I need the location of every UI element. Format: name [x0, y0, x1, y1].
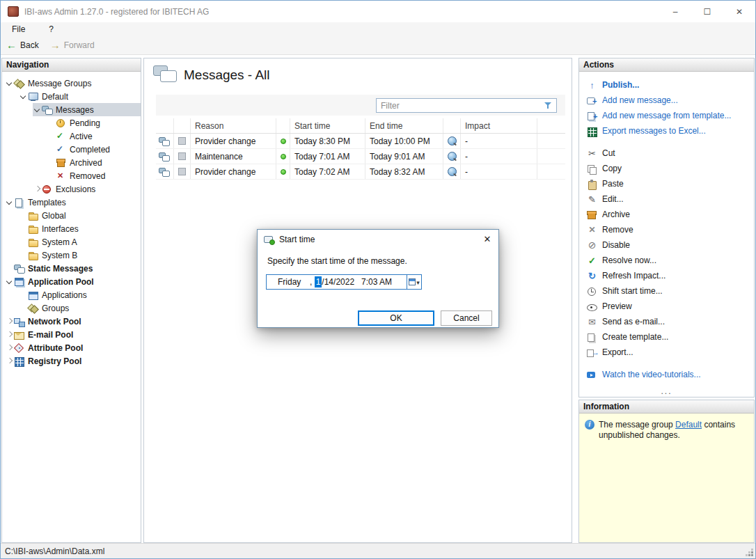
chevron-right-icon[interactable]: [5, 343, 14, 352]
tree-item-body[interactable]: Pending: [47, 116, 141, 129]
dialog-close-button[interactable]: ✕: [476, 230, 498, 249]
action-export-messages-to-excel[interactable]: Export messages to Excel...: [586, 123, 751, 139]
action-add-new-message[interactable]: Add new message...: [586, 93, 751, 108]
column-header-6[interactable]: [443, 118, 461, 133]
action-resolve-now[interactable]: Resolve now...: [586, 253, 751, 268]
tree-item-body[interactable]: Network Pool: [5, 315, 141, 328]
tree-item-body[interactable]: Static Messages: [5, 262, 141, 275]
filter-box[interactable]: [376, 98, 557, 113]
table-row[interactable]: Provider changeToday 8:30 PMToday 10:00 …: [156, 134, 565, 149]
tree-item-body[interactable]: Attribute Pool: [5, 341, 141, 354]
column-header-end-time[interactable]: End time: [365, 118, 443, 133]
tree-item-templates[interactable]: Templates: [2, 196, 141, 209]
chevron-down-icon[interactable]: [19, 92, 28, 101]
tree-item-body[interactable]: Applications: [19, 288, 141, 301]
tree-item-registry-pool[interactable]: Registry Pool: [2, 354, 141, 368]
titlebar[interactable]: IBI-aws Admin 1.27.0 - registered for IB…: [1, 1, 755, 22]
tree-item-groups[interactable]: Groups: [2, 301, 141, 315]
ok-button[interactable]: OK: [358, 310, 434, 326]
tree-item-application-pool[interactable]: Application Pool: [2, 275, 141, 288]
chevron-down-icon[interactable]: [5, 79, 14, 88]
menu-help[interactable]: ?: [46, 24, 56, 35]
action-create-template[interactable]: Create template...: [586, 329, 751, 345]
tree-item-pending[interactable]: Pending: [2, 116, 141, 129]
tree-item-global[interactable]: Global: [2, 209, 141, 222]
action-copy[interactable]: Copy: [586, 161, 751, 176]
filter-funnel-icon[interactable]: [544, 101, 552, 110]
action-shift-start-time[interactable]: Shift start time...: [586, 283, 751, 299]
close-button[interactable]: ✕: [723, 1, 755, 22]
chevron-right-icon[interactable]: [33, 184, 42, 194]
minimize-button[interactable]: –: [659, 1, 691, 22]
datetime-dropdown-button[interactable]: [407, 275, 421, 289]
actions-overflow[interactable]: ...: [579, 386, 754, 396]
tree-item-body[interactable]: Global: [19, 209, 141, 222]
tree-item-completed[interactable]: Completed: [2, 143, 141, 156]
tree-item-e-mail-pool[interactable]: E-mail Pool: [2, 328, 141, 341]
tree-item-body[interactable]: Application Pool: [5, 275, 141, 288]
tree-item-applications[interactable]: Applications: [2, 288, 141, 301]
tree-item-body[interactable]: Message Groups: [5, 77, 141, 90]
column-header-1[interactable]: [174, 118, 191, 133]
column-header-impact[interactable]: Impact: [461, 118, 537, 133]
action-cut[interactable]: Cut: [586, 145, 751, 161]
tree-item-static-messages[interactable]: Static Messages: [2, 262, 141, 275]
tree-item-body[interactable]: Default: [19, 90, 141, 103]
forward-button[interactable]: Forward: [50, 40, 95, 51]
chevron-right-icon[interactable]: [5, 330, 14, 339]
tree-item-body[interactable]: Groups: [19, 301, 141, 315]
column-header-start-time[interactable]: Start time: [290, 118, 365, 133]
tree-item-interfaces[interactable]: Interfaces: [2, 222, 141, 235]
tree-item-exclusions[interactable]: Exclusions: [2, 182, 141, 196]
tree-item-body[interactable]: Active: [47, 129, 141, 143]
tree-item-attribute-pool[interactable]: Attribute Pool: [2, 341, 141, 354]
row-checkbox[interactable]: [178, 152, 186, 160]
column-header-reason[interactable]: Reason: [191, 118, 276, 133]
filter-input[interactable]: [381, 101, 541, 111]
row-checkbox[interactable]: [178, 168, 186, 175]
column-header-3[interactable]: [276, 118, 290, 133]
menu-file[interactable]: File: [9, 24, 28, 35]
tree-item-system-a[interactable]: System A: [2, 235, 141, 249]
action-paste[interactable]: Paste: [586, 176, 751, 191]
default-group-link[interactable]: Default: [675, 420, 702, 430]
action-add-new-message-from-template[interactable]: Add new message from template...: [586, 108, 751, 123]
back-button[interactable]: Back: [6, 40, 39, 51]
tree-item-body[interactable]: Exclusions: [33, 182, 141, 196]
tree-item-body[interactable]: System A: [19, 235, 141, 249]
datetime-day-segment[interactable]: Friday: [278, 277, 310, 287]
tree-item-body[interactable]: Removed: [47, 169, 141, 182]
resize-grip[interactable]: [751, 554, 753, 556]
tree-item-active[interactable]: Active: [2, 129, 141, 143]
cancel-button[interactable]: Cancel: [441, 310, 492, 326]
tree-item-removed[interactable]: Removed: [2, 169, 141, 182]
tree-item-body[interactable]: E-mail Pool: [5, 328, 141, 341]
tree-item-default[interactable]: Default: [2, 90, 141, 103]
datetime-picker[interactable]: Friday , 1 /14/2022 7:03 AM: [266, 274, 422, 290]
table-row[interactable]: Provider changeToday 7:02 AMToday 8:32 A…: [156, 164, 565, 180]
chevron-right-icon[interactable]: [5, 317, 14, 326]
datetime-time-segment[interactable]: 7:03 AM: [361, 277, 392, 287]
tree-item-system-b[interactable]: System B: [2, 249, 141, 262]
maximize-button[interactable]: ☐: [691, 1, 723, 22]
action-archive[interactable]: Archive: [586, 207, 751, 222]
table-row[interactable]: MaintenanceToday 7:01 AMToday 9:01 AM-: [156, 149, 565, 164]
action-edit[interactable]: Edit...: [586, 191, 751, 207]
tree-item-message-groups[interactable]: Message Groups: [2, 77, 141, 90]
tree-item-network-pool[interactable]: Network Pool: [2, 315, 141, 328]
chevron-down-icon[interactable]: [33, 105, 42, 114]
action-export[interactable]: Export...: [586, 345, 751, 360]
tree-item-body[interactable]: Registry Pool: [5, 354, 141, 368]
tree-item-body[interactable]: Interfaces: [19, 222, 141, 235]
action-send-as-e-mail[interactable]: Send as e-mail...: [586, 314, 751, 329]
tree-item-body[interactable]: System B: [19, 249, 141, 262]
tree-item-body[interactable]: Messages: [33, 103, 141, 116]
column-header-0[interactable]: [156, 118, 174, 133]
tree-item-body[interactable]: Templates: [5, 196, 141, 209]
chevron-down-icon[interactable]: [5, 198, 14, 207]
tree-item-body[interactable]: Completed: [47, 143, 141, 156]
datetime-month-segment[interactable]: 1: [315, 276, 322, 288]
action-publish[interactable]: Publish...: [586, 77, 751, 93]
tree-item-body[interactable]: Archived: [47, 156, 141, 169]
tree-item-archived[interactable]: Archived: [2, 156, 141, 169]
